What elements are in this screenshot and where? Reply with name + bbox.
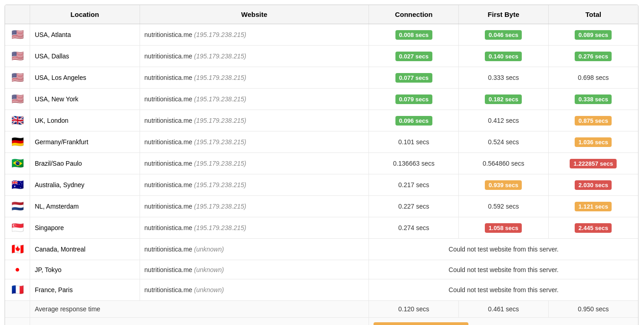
flag-cell: 🇸🇬	[5, 217, 30, 239]
metric-value: 0.274 secs	[398, 224, 429, 231]
firstbyte-cell: 0.140 secs	[459, 46, 549, 67]
website-ip: (195.179.238.215)	[194, 138, 246, 146]
table-row: 🇨🇦 Canada, Montreal nutritionistica.me (…	[5, 239, 638, 260]
performance-table: Location Website Connection First Byte T…	[5, 5, 639, 325]
flag-icon: 🇫🇷	[11, 284, 24, 295]
error-message: Could not test website from this server.	[369, 279, 638, 301]
grade-flag-cell	[5, 318, 30, 325]
performance-grade-badge: PERFORMANCE GRADE: B	[374, 322, 468, 325]
website-ip: (195.179.238.215)	[194, 31, 246, 38]
col-header-total: Total	[548, 5, 638, 24]
website-ip: (195.179.238.215)	[194, 74, 246, 81]
location-cell: UK, London	[30, 110, 140, 131]
table-row: 🇺🇸 USA, Dallas nutritionistica.me (195.1…	[5, 46, 638, 67]
website-ip: (195.179.238.215)	[194, 95, 246, 103]
website-domain: nutritionistica.me	[145, 117, 192, 124]
website-cell: nutritionistica.me (195.179.238.215)	[140, 131, 369, 153]
website-domain: nutritionistica.me	[145, 286, 192, 294]
metric-badge: 0.089 secs	[575, 30, 612, 40]
metric-badge: 2.445 secs	[575, 223, 612, 233]
connection-cell: 0.079 secs	[369, 89, 459, 110]
metric-value: 0.592 secs	[488, 203, 519, 210]
error-message: Could not test website from this server.	[369, 239, 638, 260]
website-cell: nutritionistica.me (unknown)	[140, 279, 369, 301]
flag-cell: 🇺🇸	[5, 67, 30, 89]
metric-badge: 1.036 secs	[575, 137, 612, 147]
grade-label: Global Performance Grade (Based on Total…	[30, 318, 369, 325]
metric-badge: 0.027 secs	[395, 52, 432, 61]
location-cell: Canada, Montreal	[30, 239, 140, 260]
table-row: 🇺🇸 USA, Atlanta nutritionistica.me (195.…	[5, 24, 638, 46]
metric-value: 0.524 secs	[488, 138, 519, 146]
grade-badge-cell: PERFORMANCE GRADE: B	[369, 318, 638, 325]
website-ip: (unknown)	[194, 246, 224, 253]
location-cell: NL, Amsterdam	[30, 196, 140, 217]
website-ip: (195.179.238.215)	[194, 181, 246, 189]
metric-badge: 1.058 secs	[485, 223, 522, 233]
website-ip: (unknown)	[194, 286, 224, 294]
metric-value: 0.412 secs	[488, 117, 519, 124]
website-ip: (unknown)	[194, 266, 224, 273]
location-cell: USA, Atlanta	[30, 24, 140, 46]
website-cell: nutritionistica.me (unknown)	[140, 239, 369, 260]
total-cell: 2.030 secs	[548, 174, 638, 196]
table-row: 🇧🇷 Brazil/Sao Paulo nutritionistica.me (…	[5, 153, 638, 174]
connection-cell: 0.227 secs	[369, 196, 459, 217]
flag-cell: 🇦🇺	[5, 174, 30, 196]
metric-value: 0.136663 secs	[393, 160, 435, 167]
flag-icon: 🇩🇪	[11, 136, 24, 147]
connection-cell: 0.274 secs	[369, 217, 459, 239]
metric-value: 0.564860 secs	[483, 160, 524, 167]
flag-cell: 🇺🇸	[5, 24, 30, 46]
flag-icon: 🇬🇧	[11, 115, 24, 126]
website-ip: (195.179.238.215)	[194, 203, 246, 210]
metric-value: 0.217 secs	[398, 181, 429, 189]
metric-badge: 0.276 secs	[575, 52, 612, 61]
metric-badge: 0.939 secs	[485, 180, 522, 190]
metric-badge: 0.046 secs	[485, 30, 522, 40]
flag-cell: 🇺🇸	[5, 46, 30, 67]
col-header-flag	[5, 5, 30, 24]
connection-cell: 0.217 secs	[369, 174, 459, 196]
table-row: 🇩🇪 Germany/Frankfurt nutritionistica.me …	[5, 131, 638, 153]
total-cell: 1.036 secs	[548, 131, 638, 153]
col-header-website: Website	[140, 5, 369, 24]
flag-cell: 🇳🇱	[5, 196, 30, 217]
flag-cell: 🇬🇧	[5, 110, 30, 131]
website-cell: nutritionistica.me (195.179.238.215)	[140, 89, 369, 110]
total-cell: 1.222857 secs	[548, 153, 638, 174]
metric-badge: 0.140 secs	[485, 52, 522, 61]
firstbyte-cell: 1.058 secs	[459, 217, 549, 239]
website-cell: nutritionistica.me (195.179.238.215)	[140, 217, 369, 239]
flag-cell: 🇩🇪	[5, 131, 30, 153]
website-domain: nutritionistica.me	[145, 138, 192, 146]
location-cell: France, Paris	[30, 279, 140, 301]
flag-icon: 🇦🇺	[11, 179, 24, 190]
total-cell: 2.445 secs	[548, 217, 638, 239]
location-cell: USA, Dallas	[30, 46, 140, 67]
location-cell: JP, Tokyo	[30, 260, 140, 279]
firstbyte-cell: 0.592 secs	[459, 196, 549, 217]
website-ip: (195.179.238.215)	[194, 224, 246, 231]
website-cell: nutritionistica.me (195.179.238.215)	[140, 24, 369, 46]
location-cell: Brazil/Sao Paulo	[30, 153, 140, 174]
firstbyte-cell: 0.333 secs	[459, 67, 549, 89]
metric-badge: 0.182 secs	[485, 94, 522, 104]
website-ip: (195.179.238.215)	[194, 160, 246, 167]
table-row: 🇬🇧 UK, London nutritionistica.me (195.17…	[5, 110, 638, 131]
website-domain: nutritionistica.me	[145, 266, 192, 273]
total-cell: 0.276 secs	[548, 46, 638, 67]
total-cell: 0.698 secs	[548, 67, 638, 89]
website-ip: (195.179.238.215)	[194, 117, 246, 124]
metric-badge: 0.875 secs	[575, 116, 612, 126]
flag-cell: 🇨🇦	[5, 239, 30, 260]
error-message: Could not test website from this server.	[369, 260, 638, 279]
location-cell: Germany/Frankfurt	[30, 131, 140, 153]
metric-badge: 1.121 secs	[575, 202, 612, 211]
firstbyte-cell: 0.412 secs	[459, 110, 549, 131]
col-header-connection: Connection	[369, 5, 459, 24]
website-cell: nutritionistica.me (195.179.238.215)	[140, 196, 369, 217]
location-cell: Singapore	[30, 217, 140, 239]
connection-cell: 0.101 secs	[369, 131, 459, 153]
metric-value: 0.227 secs	[398, 203, 429, 210]
